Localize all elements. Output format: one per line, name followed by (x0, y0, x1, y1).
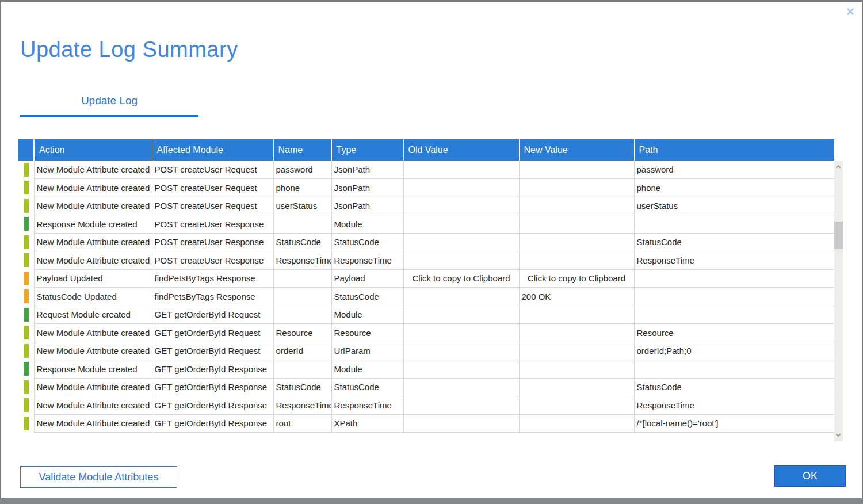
column-header-action[interactable]: Action (34, 139, 152, 161)
table-row[interactable]: StatusCode Updated findPetsByTags Respon… (18, 288, 834, 306)
cell-name: StatusCode (273, 378, 331, 396)
cell-old-value (403, 360, 519, 379)
cell-name (273, 288, 331, 306)
cell-action: Payload Updated (34, 269, 152, 288)
table-row[interactable]: Response Module created GET getOrderById… (18, 360, 834, 379)
row-status-indicator (18, 324, 34, 342)
column-header-type[interactable]: Type (331, 139, 403, 161)
cell-path (634, 215, 834, 234)
cell-affected-module: GET getOrderById Response (152, 396, 273, 415)
table-row[interactable]: New Module Attribute created GET getOrde… (18, 414, 834, 433)
cell-path (634, 360, 834, 379)
tab-update-log[interactable]: Update Log (20, 94, 198, 107)
cell-affected-module: POST createUser Request (152, 197, 273, 215)
table-row[interactable]: New Module Attribute created POST create… (18, 161, 834, 179)
cell-name: phone (273, 179, 331, 197)
table-row[interactable]: New Module Attribute created GET getOrde… (18, 342, 834, 360)
cell-new-value (519, 215, 634, 234)
table-row[interactable]: Payload Updated findPetsByTags Response … (18, 269, 834, 288)
cell-copy-to-clipboard[interactable]: Click to copy to Clipboard (519, 269, 634, 288)
validate-module-attributes-button[interactable]: Validate Module Attributes (20, 466, 177, 488)
cell-path: userStatus (634, 197, 834, 215)
cell-name (273, 215, 331, 234)
cell-path: Resource (634, 324, 834, 342)
cell-name (273, 306, 331, 324)
cell-affected-module: GET getOrderById Response (152, 360, 273, 379)
row-status-indicator (18, 215, 34, 234)
cell-name: ResponseTime (273, 251, 331, 270)
cell-name: ResponseTime (273, 396, 331, 415)
cell-type: JsonPath (331, 179, 403, 197)
table-header-row: Action Affected Module Name Type Old Val… (18, 139, 834, 161)
cell-type: XPath (331, 414, 403, 433)
cell-type: Module (331, 306, 403, 324)
cell-name: userStatus (273, 197, 331, 215)
cell-old-value (403, 197, 519, 215)
column-header-new-value[interactable]: New Value (519, 139, 634, 161)
cell-type: StatusCode (331, 378, 403, 396)
cell-affected-module: GET getOrderById Response (152, 414, 273, 433)
cell-old-value (403, 161, 519, 179)
vertical-scrollbar[interactable] (834, 161, 843, 441)
table-row[interactable]: Request Module created GET getOrderById … (18, 306, 834, 324)
cell-type: StatusCode (331, 288, 403, 306)
column-header-affected-module[interactable]: Affected Module (152, 139, 273, 161)
cell-affected-module: POST createUser Response (152, 233, 273, 251)
table-row[interactable]: New Module Attribute created GET getOrde… (18, 324, 834, 342)
row-status-indicator (18, 396, 34, 415)
cell-old-value (403, 233, 519, 251)
cell-action: New Module Attribute created (34, 324, 152, 342)
table-row[interactable]: New Module Attribute created POST create… (18, 233, 834, 251)
cell-name (273, 269, 331, 288)
cell-action: Request Module created (34, 306, 152, 324)
cell-type: Module (331, 360, 403, 379)
table-row[interactable]: Response Module created POST createUser … (18, 215, 834, 234)
cell-path: orderId;Path;0 (634, 342, 834, 360)
scrollbar-thumb[interactable] (834, 222, 843, 249)
column-header-indicator (18, 139, 34, 161)
cell-new-value (519, 233, 634, 251)
table-row[interactable]: New Module Attribute created POST create… (18, 251, 834, 270)
cell-path: password (634, 161, 834, 179)
close-icon[interactable]: ✕ (846, 6, 855, 17)
scroll-down-icon[interactable] (836, 432, 841, 437)
cell-type: StatusCode (331, 233, 403, 251)
row-status-indicator (18, 161, 34, 179)
cell-action: New Module Attribute created (34, 197, 152, 215)
column-header-name[interactable]: Name (273, 139, 331, 161)
cell-name (273, 360, 331, 379)
cell-old-value (403, 251, 519, 270)
cell-new-value (519, 251, 634, 270)
cell-name: StatusCode (273, 233, 331, 251)
cell-affected-module: findPetsByTags Response (152, 269, 273, 288)
cell-type: Module (331, 215, 403, 234)
column-header-path[interactable]: Path (634, 139, 834, 161)
ok-button[interactable]: OK (774, 465, 846, 487)
cell-old-value (403, 414, 519, 433)
cell-path: ResponseTime (634, 251, 834, 270)
cell-affected-module: GET getOrderById Response (152, 378, 273, 396)
cell-copy-to-clipboard[interactable]: Click to copy to Clipboard (403, 269, 519, 288)
cell-old-value (403, 179, 519, 197)
cell-path (634, 288, 834, 306)
cell-action: New Module Attribute created (34, 179, 152, 197)
table-body: New Module Attribute created POST create… (18, 161, 834, 433)
row-status-indicator (18, 288, 34, 306)
cell-affected-module: POST createUser Response (152, 215, 273, 234)
table-row[interactable]: New Module Attribute created POST create… (18, 197, 834, 215)
table-row[interactable]: New Module Attribute created GET getOrde… (18, 378, 834, 396)
cell-action: New Module Attribute created (34, 396, 152, 415)
table-row[interactable]: New Module Attribute created GET getOrde… (18, 396, 834, 415)
cell-new-value (519, 179, 634, 197)
cell-new-value (519, 161, 634, 179)
cell-path: /*[local-name()='root'] (634, 414, 834, 433)
row-status-indicator (18, 269, 34, 288)
cell-new-value (519, 396, 634, 415)
cell-new-value: 200 OK (519, 288, 634, 306)
column-header-old-value[interactable]: Old Value (403, 139, 519, 161)
cell-action: New Module Attribute created (34, 342, 152, 360)
cell-action: New Module Attribute created (34, 233, 152, 251)
table-row[interactable]: New Module Attribute created POST create… (18, 179, 834, 197)
scroll-up-icon[interactable] (836, 165, 841, 170)
cell-type: Resource (331, 324, 403, 342)
